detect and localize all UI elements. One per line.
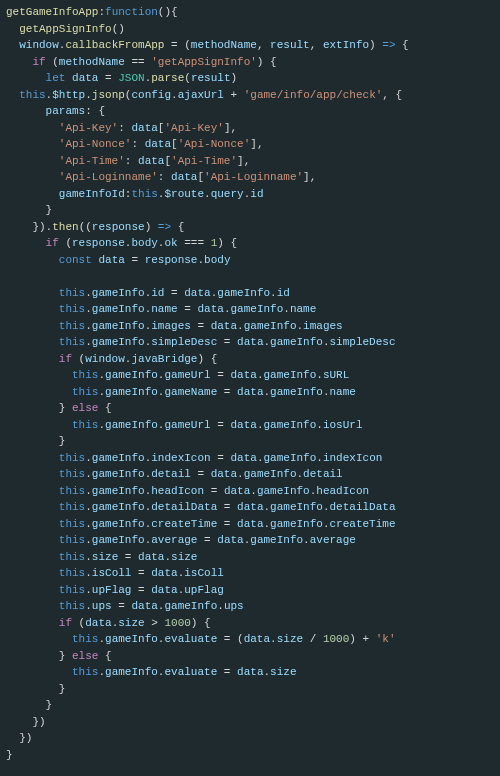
code-line-12: } bbox=[6, 202, 494, 219]
code-block: getGameInfoApp:function(){ getAppSignInf… bbox=[6, 4, 494, 763]
code-line-32: this.gameInfo.average = data.gameInfo.av… bbox=[6, 532, 494, 549]
code-line-25: this.gameInfo.gameUrl = data.gameInfo.io… bbox=[6, 417, 494, 434]
code-line-29: this.gameInfo.headIcon = data.gameInfo.h… bbox=[6, 483, 494, 500]
code-line-24: } else { bbox=[6, 400, 494, 417]
code-line-10: 'Api-Loginname': data['Api-Loginname'], bbox=[6, 169, 494, 186]
code-line-38: this.gameInfo.evaluate = (data.size / 10… bbox=[6, 631, 494, 648]
code-line-30: this.gameInfo.detailData = data.gameInfo… bbox=[6, 499, 494, 516]
code-line-6: params: { bbox=[6, 103, 494, 120]
code-line-45: } bbox=[6, 747, 494, 764]
code-line-7: 'Api-Key': data['Api-Key'], bbox=[6, 120, 494, 137]
code-line-14: if (response.body.ok === 1) { bbox=[6, 235, 494, 252]
code-line-2: window.callbackFromApp = (methodName, re… bbox=[6, 37, 494, 54]
code-line-0: getGameInfoApp:function(){ bbox=[6, 4, 494, 21]
code-line-28: this.gameInfo.detail = data.gameInfo.det… bbox=[6, 466, 494, 483]
code-line-15: const data = response.body bbox=[6, 252, 494, 269]
code-line-16 bbox=[6, 268, 494, 285]
code-line-23: this.gameInfo.gameName = data.gameInfo.n… bbox=[6, 384, 494, 401]
code-line-43: }) bbox=[6, 714, 494, 731]
code-line-18: this.gameInfo.name = data.gameInfo.name bbox=[6, 301, 494, 318]
code-line-31: this.gameInfo.createTime = data.gameInfo… bbox=[6, 516, 494, 533]
code-line-39: } else { bbox=[6, 648, 494, 665]
code-line-1: getAppSignInfo() bbox=[6, 21, 494, 38]
code-line-13: }).then((response) => { bbox=[6, 219, 494, 236]
code-line-8: 'Api-Nonce': data['Api-Nonce'], bbox=[6, 136, 494, 153]
code-line-36: this.ups = data.gameInfo.ups bbox=[6, 598, 494, 615]
code-line-21: if (window.javaBridge) { bbox=[6, 351, 494, 368]
code-line-5: this.$http.jsonp(config.ajaxUrl + 'game/… bbox=[6, 87, 494, 104]
code-line-11: gameInfoId:this.$route.query.id bbox=[6, 186, 494, 203]
code-line-37: if (data.size > 1000) { bbox=[6, 615, 494, 632]
code-line-27: this.gameInfo.indexIcon = data.gameInfo.… bbox=[6, 450, 494, 467]
code-line-34: this.isColl = data.isColl bbox=[6, 565, 494, 582]
code-line-35: this.upFlag = data.upFlag bbox=[6, 582, 494, 599]
code-line-41: } bbox=[6, 681, 494, 698]
code-line-40: this.gameInfo.evaluate = data.size bbox=[6, 664, 494, 681]
code-line-20: this.gameInfo.simpleDesc = data.gameInfo… bbox=[6, 334, 494, 351]
code-line-33: this.size = data.size bbox=[6, 549, 494, 566]
code-line-9: 'Api-Time': data['Api-Time'], bbox=[6, 153, 494, 170]
code-line-44: }) bbox=[6, 730, 494, 747]
code-line-17: this.gameInfo.id = data.gameInfo.id bbox=[6, 285, 494, 302]
code-line-22: this.gameInfo.gameUrl = data.gameInfo.sU… bbox=[6, 367, 494, 384]
code-line-4: let data = JSON.parse(result) bbox=[6, 70, 494, 87]
code-line-3: if (methodName == 'getAppSignInfo') { bbox=[6, 54, 494, 71]
code-line-19: this.gameInfo.images = data.gameInfo.ima… bbox=[6, 318, 494, 335]
code-line-26: } bbox=[6, 433, 494, 450]
code-line-42: } bbox=[6, 697, 494, 714]
